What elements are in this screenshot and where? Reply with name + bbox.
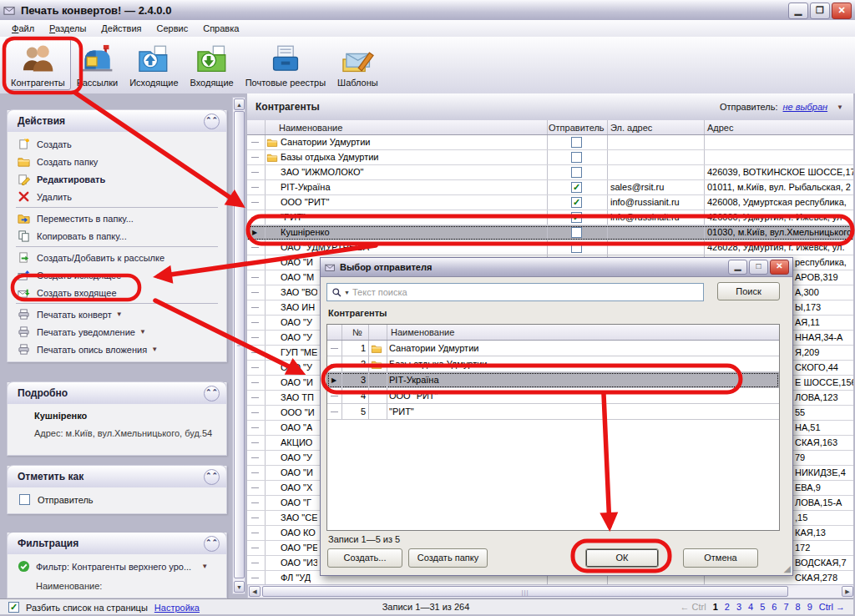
table-row[interactable]: "РИТ"✓info@russinait.ru426000, Удмуртия,…	[247, 210, 855, 225]
divider	[16, 303, 218, 304]
paginate-checkbox[interactable]: ✓	[8, 602, 19, 613]
pagination-page-3[interactable]: 3	[736, 602, 741, 612]
ok-button[interactable]: ОК	[585, 548, 659, 568]
action-item-doc-edit[interactable]: Редактировать	[8, 170, 226, 188]
cell-address: ЛОВА,123	[795, 392, 838, 402]
menu-file[interactable]: Файл	[5, 22, 41, 35]
search-icon[interactable]: ▼	[331, 287, 350, 298]
dialog-table-row[interactable]: 5"РИТ"	[327, 404, 779, 420]
table-row[interactable]: Базы отдыха Удмуртии	[247, 150, 855, 165]
filter-selector[interactable]: Фильтр: Контрагенты верхнего уро... ▼	[8, 554, 226, 574]
scroll-left-arrow[interactable]: ◀	[249, 586, 261, 597]
sender-checkbox[interactable]	[571, 167, 582, 179]
create-button[interactable]: Создать...	[327, 548, 402, 568]
action-item-printer[interactable]: Печатать конверт▼	[8, 305, 226, 323]
dialog-table-row[interactable]: 1Санатории Удмуртии	[327, 341, 779, 356]
table-row[interactable]: Санатории Удмуртии	[247, 135, 855, 150]
pagination-page-4[interactable]: 4	[748, 602, 753, 612]
action-item-doc-add[interactable]: Создать/Добавить к рассылке	[8, 249, 226, 266]
pagination-page-9[interactable]: 9	[807, 602, 812, 612]
dialog-table-row[interactable]: 2Базы отдыха Удмуртии	[327, 356, 779, 372]
sender-checkbox[interactable]	[571, 152, 582, 164]
action-item-copy[interactable]: Копировать в папку...	[8, 227, 226, 245]
toolbar-button-templates[interactable]: Шаблоны	[331, 38, 384, 90]
restore-button[interactable]: ❐	[810, 3, 830, 19]
menu-actions[interactable]: Действия	[94, 22, 148, 35]
action-item-folder-move[interactable]: Переместить в папку...	[8, 210, 226, 227]
sender-checkbox[interactable]	[571, 227, 582, 240]
action-item-env-down[interactable]: Создать входящее	[8, 284, 226, 301]
column-header-2[interactable]: Эл. адрес	[610, 123, 652, 133]
dialog-column-header-1[interactable]: Наименование	[391, 327, 454, 337]
dialog-table-row[interactable]: 4ООО "РИТ"	[327, 388, 779, 404]
collapse-chevron-icon[interactable]: ⌃⌃	[204, 536, 220, 552]
scrollbar-thumb[interactable]: |||	[262, 586, 788, 597]
minimize-button[interactable]: ▁	[788, 3, 808, 19]
pagination-page-5[interactable]: 5	[760, 602, 765, 612]
toolbar-button-contacts[interactable]: Контрагенты	[5, 38, 71, 90]
cell-number: 5	[342, 406, 366, 417]
action-item-env-up[interactable]: Создать исходящее	[8, 266, 226, 284]
sender-checkbox[interactable]: ✓	[571, 182, 582, 193]
sidebar-scrollbar[interactable]: ▲ ≡ ▼	[232, 97, 245, 594]
scroll-down-arrow[interactable]: ▼	[234, 581, 245, 593]
scrollbar-thumb[interactable]: ≡	[234, 111, 245, 578]
column-border	[265, 466, 266, 480]
pagination-page-8[interactable]: 8	[796, 602, 801, 612]
column-border	[368, 341, 369, 356]
close-button[interactable]: ✕	[770, 260, 789, 275]
horizontal-scrollbar[interactable]: ◀ ||| ▶	[247, 584, 855, 598]
menu-service[interactable]: Сервис	[150, 22, 195, 35]
pagination-page-2[interactable]: 2	[725, 602, 730, 612]
search-button[interactable]: Поиск	[717, 282, 780, 300]
action-item-x-del[interactable]: Удалить	[8, 188, 226, 205]
pagination-page-6[interactable]: 6	[772, 602, 777, 612]
sender-checkbox[interactable]	[571, 242, 582, 255]
collapse-chevron-icon[interactable]: ⌃⌃	[204, 469, 220, 485]
column-header-3[interactable]: Адрес	[707, 123, 734, 133]
minimize-button[interactable]: ▁	[728, 260, 747, 275]
toolbar-button-folder-in[interactable]: Входящие	[185, 38, 240, 90]
action-item-printer[interactable]: Печатать опись вложения▼	[8, 341, 226, 358]
search-input[interactable]	[326, 283, 704, 301]
menu-sections[interactable]: Разделы	[43, 22, 93, 35]
dialog-column-header-0[interactable]: №	[352, 327, 362, 337]
scroll-up-arrow[interactable]: ▲	[234, 98, 245, 110]
column-header-1[interactable]: Отправитель	[549, 123, 605, 133]
maximize-button[interactable]: □	[749, 260, 768, 275]
resize-grip[interactable]: ◢	[784, 563, 791, 574]
row-selector-dash	[251, 277, 259, 278]
cell-email: sales@rsit.ru	[610, 182, 664, 192]
toolbar-button-mailbox[interactable]: Рассылки	[71, 38, 124, 90]
sender-checkbox[interactable]: ✓	[571, 197, 582, 208]
action-item-printer[interactable]: Печатать уведомление▼	[8, 323, 226, 341]
collapse-chevron-icon[interactable]: ⌃⌃	[204, 114, 220, 129]
sender-selector[interactable]: Отправитель: не выбран ▼	[720, 102, 843, 112]
column-header-0[interactable]: Наименование	[279, 123, 342, 133]
sender-checkbox[interactable]	[19, 494, 30, 505]
table-row[interactable]: ООО "РИТ"✓info@russianit.ru426008, Удмур…	[247, 195, 855, 210]
sender-value-link[interactable]: не выбран	[783, 102, 828, 112]
action-item-folder[interactable]: Создать папку	[8, 153, 226, 170]
close-button[interactable]: ✕	[832, 3, 852, 19]
sender-checkbox[interactable]: ✓	[571, 212, 582, 223]
menu-help[interactable]: Справка	[196, 22, 245, 35]
toolbar-button-folder-out[interactable]: Исходящие	[124, 38, 184, 90]
create-folder-button[interactable]: Создать папку	[408, 548, 488, 568]
dialog-table-row[interactable]: ▶3РІТ-Україна	[327, 372, 779, 388]
toolbar-button-drawer[interactable]: Почтовые реестры	[240, 38, 331, 90]
table-row[interactable]: ЗАО "ИЖМОЛОКО"426039, ВОТКИНСКОЕ ШОССЕ,1…	[247, 165, 855, 180]
pagination-next[interactable]: Ctrl →	[819, 602, 845, 612]
pagination-page-7[interactable]: 7	[783, 602, 788, 612]
table-row[interactable]: ОАО "УДМУРТРЫБА"426028, Удмуртия, г. Иже…	[247, 240, 855, 255]
settings-link[interactable]: Настройка	[154, 603, 200, 613]
action-item-doc-new[interactable]: Создать	[8, 135, 226, 153]
table-row[interactable]: РІТ-Україна✓sales@rsit.ru01011, м.Київ, …	[247, 180, 855, 195]
table-row[interactable]: ▶Кушніренко01030, м.Київ, вул.Хмельницьк…	[247, 225, 855, 240]
sender-checkbox[interactable]	[571, 137, 582, 149]
drawer-icon	[268, 42, 303, 77]
scroll-right-arrow[interactable]: ▶	[842, 586, 853, 597]
collapse-chevron-icon[interactable]: ⌃⌃	[204, 386, 220, 401]
details-address: Адрес: м.Київ, вул.Хмельницького, буд.54	[34, 427, 215, 439]
cancel-button[interactable]: Отмена	[683, 548, 758, 568]
